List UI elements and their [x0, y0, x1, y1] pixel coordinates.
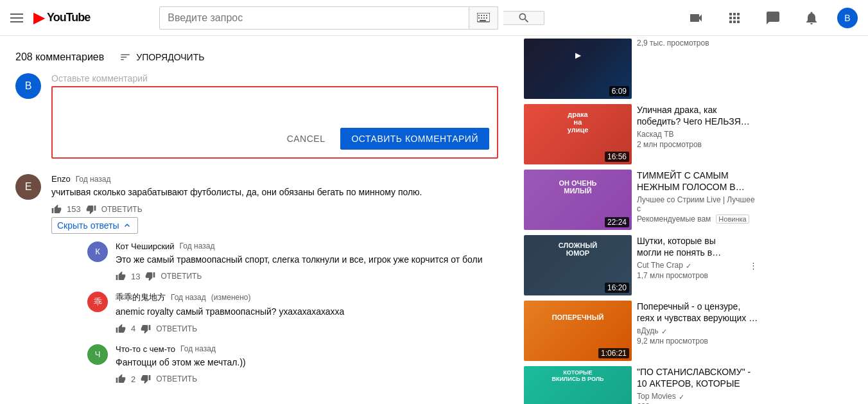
- like-button[interactable]: [51, 204, 62, 215]
- reply-edited: (изменено): [211, 293, 251, 302]
- reply-reply-button[interactable]: ОТВЕТИТЬ: [156, 374, 197, 383]
- reply-time: Год назад: [171, 293, 206, 302]
- dislike-button[interactable]: [86, 204, 96, 215]
- reply-text: Это же самый травмоопасный спорт, слегка…: [116, 254, 498, 267]
- topbar-left: ▶ YouTube: [10, 10, 90, 26]
- reply-dislike-button[interactable]: [141, 374, 151, 384]
- messages-icon[interactable]: [760, 5, 786, 31]
- video-channel: Top Movies: [637, 392, 676, 401]
- video-info: ТИММЕЙТ С САМЫМ НЕЖНЫМ ГОЛОСОМ В МИРЕ ||…: [637, 170, 760, 230]
- comments-count: 208 комментариев: [15, 51, 104, 63]
- hamburger-menu[interactable]: [10, 13, 23, 22]
- reply-item: К Кот Чеширский Год назад Это же самый т…: [87, 242, 498, 282]
- svg-rect-2: [481, 15, 482, 16]
- comment-box-wrapper: CANCEL ОСТАВИТЬ КОММЕНТАРИЙ: [51, 86, 498, 159]
- reply-body: Кот Чеширский Год назад Это же самый тра…: [116, 242, 498, 282]
- comment-time: Год назад: [76, 175, 111, 184]
- sort-button[interactable]: УПОРЯДОЧИТЬ: [119, 51, 204, 63]
- sort-label: УПОРЯДОЧИТЬ: [136, 52, 204, 62]
- video-title: Уличная драка, как победить? Чего НЕЛЬЗЯ…: [637, 104, 760, 127]
- comment-avatar: E: [15, 174, 41, 200]
- svg-rect-8: [486, 17, 487, 19]
- search-bar: [159, 6, 544, 30]
- video-info: Шутки, которые вы могли не понять в филь…: [637, 235, 742, 295]
- topbar-right: B: [683, 5, 858, 31]
- hide-replies-label: Скрыть ответы: [57, 220, 119, 231]
- comment-text: учитывая сколько зарабатывают футболисты…: [51, 186, 498, 199]
- video-camera-icon[interactable]: [683, 5, 709, 31]
- reply-like-button[interactable]: [116, 324, 126, 334]
- reply-button[interactable]: ОТВЕТИТЬ: [101, 205, 143, 214]
- reply-avatar: 乖: [87, 292, 108, 312]
- reply-time: Год назад: [180, 344, 216, 353]
- notifications-icon[interactable]: [799, 5, 824, 31]
- verified-icon: ✓: [679, 393, 684, 401]
- video-title: ТИММЕЙТ С САМЫМ НЕЖНЫМ ГОЛОСОМ В МИРЕ ||: [637, 170, 760, 193]
- search-box-container: [159, 6, 498, 30]
- reply-like-button[interactable]: [116, 271, 126, 281]
- video-title: Поперечный - о цензуре, геях и чувствах …: [637, 301, 760, 324]
- svg-rect-7: [483, 17, 485, 19]
- video-info: Уличная драка, как победить? Чего НЕЛЬЗЯ…: [637, 104, 760, 164]
- yt-logo-icon: ▶: [33, 10, 44, 26]
- sidebar-video[interactable]: драканаулице 16:56 Уличная драка, как по…: [524, 104, 760, 164]
- comment-input-label: Оставьте комментарий: [51, 73, 498, 83]
- user-avatar-compose: B: [15, 73, 41, 99]
- video-channel: Лучшее со Стриим Live | Лучшее с: [637, 195, 760, 213]
- yt-logo-text: YouTube: [47, 11, 90, 24]
- svg-rect-5: [478, 17, 480, 19]
- sidebar-video[interactable]: ОН ОЧЕНЬМИЛЫЙ 22:24 ТИММЕЙТ С САМЫМ НЕЖН…: [524, 170, 760, 230]
- video-views: 1,7 млн просмотров: [637, 271, 742, 280]
- reply-body: Что-то с чем-то Год назад Фантоцци об эт…: [116, 344, 498, 385]
- reply-item: 乖 乖乖的鬼地方 Год назад (изменено) anemic roy…: [87, 292, 498, 334]
- video-channel: вДудь: [637, 326, 659, 335]
- reply-time: Год назад: [180, 242, 215, 250]
- sidebar-video-top[interactable]: ▶ 6:09 2,9 тыс. просмотров: [524, 36, 760, 99]
- reply-footer: 4 ОТВЕТИТЬ: [116, 324, 498, 334]
- cancel-button[interactable]: CANCEL: [277, 128, 336, 149]
- reply-reply-button[interactable]: ОТВЕТИТЬ: [161, 272, 202, 281]
- video-title: Шутки, которые вы могли не понять в филь…: [637, 235, 742, 258]
- more-options-button[interactable]: ⋮: [747, 235, 760, 295]
- reply-text: anemic royalty самый травмоопасный? ухах…: [116, 306, 498, 319]
- hide-replies-button[interactable]: Скрыть ответы: [51, 217, 138, 234]
- video-views: 9,2 млн просмотров: [637, 337, 760, 346]
- replies-list: К Кот Чеширский Год назад Это же самый т…: [87, 242, 498, 385]
- reply-text: Фантоцци об этом же мечтал.)): [116, 356, 498, 369]
- video-views: Рекомендуемые вам: [637, 215, 711, 224]
- video-duration: 16:20: [605, 283, 629, 293]
- sidebar-video[interactable]: КОТОРЫЕВКИЛИСЬ В РОЛЬ 21:56 "ПО СТАНИСЛА…: [524, 366, 760, 404]
- comment-compose: B Оставьте комментарий CANCEL ОСТАВИТЬ К…: [15, 73, 498, 159]
- reply-dislike-button[interactable]: [141, 324, 151, 334]
- video-duration: 1:06:21: [598, 348, 629, 358]
- sidebar-video[interactable]: ПОПЕРЕЧНЫЙ 1:06:21 Поперечный - о цензур…: [524, 301, 760, 361]
- video-info: Поперечный - о цензуре, геях и чувствах …: [637, 301, 760, 361]
- reply-header: 乖乖的鬼地方 Год назад (изменено): [116, 292, 498, 303]
- comment-input-area: Оставьте комментарий CANCEL ОСТАВИТЬ КОМ…: [51, 73, 498, 159]
- keyboard-icon: [469, 7, 498, 29]
- video-duration: 22:24: [605, 217, 629, 227]
- search-button[interactable]: [503, 11, 544, 25]
- comment-text-input[interactable]: [60, 95, 489, 121]
- reply-footer: 13 ОТВЕТИТЬ: [116, 271, 498, 281]
- submit-comment-button[interactable]: ОСТАВИТЬ КОММЕНТАРИЙ: [340, 128, 489, 150]
- reply-like-button[interactable]: [116, 374, 126, 384]
- video-info: 2,9 тыс. просмотров: [637, 39, 760, 99]
- reply-like-count: 2: [131, 374, 135, 384]
- reply-dislike-button[interactable]: [145, 271, 155, 281]
- video-info: "ПО СТАНИСЛАВСКОМУ" - 10 АКТЕРОВ, КОТОРЫ…: [637, 366, 760, 404]
- video-badge: Новинка: [716, 215, 749, 224]
- sidebar: ▶ 6:09 2,9 тыс. просмотров драканаулице …: [514, 36, 770, 404]
- reply-avatar: Ч: [87, 344, 108, 365]
- reply-reply-button[interactable]: ОТВЕТИТЬ: [156, 324, 197, 333]
- comment-footer: 153 ОТВЕТИТЬ: [51, 204, 498, 215]
- reply-body: 乖乖的鬼地方 Год назад (изменено) anemic royal…: [116, 292, 498, 334]
- reply-header: Кот Чеширский Год назад: [116, 242, 498, 251]
- video-title: "ПО СТАНИСЛАВСКОМУ" - 10 АКТЕРОВ, КОТОРЫ…: [637, 366, 760, 389]
- youtube-logo[interactable]: ▶ YouTube: [33, 10, 90, 26]
- sidebar-video[interactable]: СЛОЖНЫЙЮМОР 16:20 Шутки, которые вы могл…: [524, 235, 760, 295]
- search-input[interactable]: [160, 7, 469, 29]
- user-avatar[interactable]: B: [837, 8, 858, 28]
- apps-icon[interactable]: [722, 5, 747, 31]
- video-channel: Каскад ТВ: [637, 130, 760, 139]
